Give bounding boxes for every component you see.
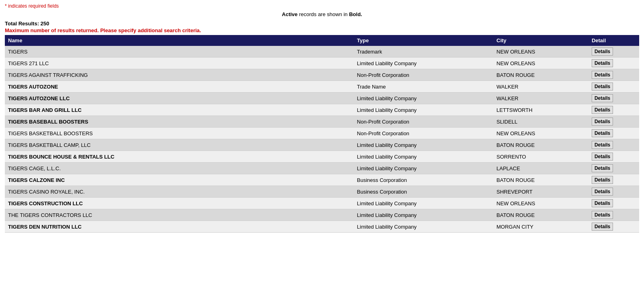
table-row: TIGERS BASEBALL BOOSTERSNon-Profit Corpo… — [5, 116, 639, 128]
table-row: TIGERSTrademarkNEW ORLEANSDetails — [5, 46, 639, 58]
cell-detail: Details — [588, 81, 639, 93]
cell-type: Trademark — [354, 46, 493, 58]
cell-detail: Details — [588, 58, 639, 69]
table-row: TIGERS DEN NUTRITION LLCLimited Liabilit… — [5, 221, 639, 233]
cell-detail: Details — [588, 46, 639, 58]
cell-type: Limited Liability Company — [354, 209, 493, 221]
cell-type: Limited Liability Company — [354, 139, 493, 151]
cell-detail: Details — [588, 93, 639, 104]
cell-name: TIGERS AGAINST TRAFFICKING — [5, 69, 354, 81]
total-results: Total Results: 250 — [5, 21, 639, 27]
cell-city: BATON ROUGE — [493, 209, 588, 221]
table-row: TIGERS BAR AND GRILL LLCLimited Liabilit… — [5, 104, 639, 116]
table-row: TIGERS BASKETBALL CAMP, LLCLimited Liabi… — [5, 139, 639, 151]
cell-city: WALKER — [493, 81, 588, 93]
cell-city: MORGAN CITY — [493, 221, 588, 233]
cell-city: BATON ROUGE — [493, 139, 588, 151]
details-button[interactable]: Details — [592, 176, 613, 184]
cell-name: TIGERS BASKETBALL CAMP, LLC — [5, 139, 354, 151]
details-button[interactable]: Details — [592, 129, 613, 137]
cell-name: TIGERS DEN NUTRITION LLC — [5, 221, 354, 233]
details-button[interactable]: Details — [592, 153, 613, 161]
cell-city: BATON ROUGE — [493, 174, 588, 186]
details-button[interactable]: Details — [592, 141, 613, 149]
cell-detail: Details — [588, 198, 639, 209]
cell-detail: Details — [588, 139, 639, 151]
details-button[interactable]: Details — [592, 199, 613, 207]
details-button[interactable]: Details — [592, 59, 613, 67]
table-row: TIGERS CONSTRUCTION LLCLimited Liability… — [5, 198, 639, 209]
table-row: TIGERS BASKETBALL BOOSTERSNon-Profit Cor… — [5, 128, 639, 139]
details-button[interactable]: Details — [592, 71, 613, 79]
cell-city: LAPLACE — [493, 163, 588, 174]
cell-name: TIGERS AUTOZONE LLC — [5, 93, 354, 104]
table-row: THE TIGERS CONTRACTORS LLCLimited Liabil… — [5, 209, 639, 221]
cell-detail: Details — [588, 163, 639, 174]
cell-type: Limited Liability Company — [354, 104, 493, 116]
details-button[interactable]: Details — [592, 223, 613, 231]
cell-detail: Details — [588, 104, 639, 116]
cell-type: Limited Liability Company — [354, 221, 493, 233]
cell-city: NEW ORLEANS — [493, 58, 588, 69]
cell-detail: Details — [588, 128, 639, 139]
details-button[interactable]: Details — [592, 188, 613, 196]
details-button[interactable]: Details — [592, 83, 613, 91]
table-row: TIGERS AUTOZONETrade NameWALKERDetails — [5, 81, 639, 93]
cell-name: TIGERS CALZONE INC — [5, 174, 354, 186]
cell-name: TIGERS CAGE, L.L.C. — [5, 163, 354, 174]
details-button[interactable]: Details — [592, 164, 613, 172]
cell-detail: Details — [588, 174, 639, 186]
table-row: TIGERS CAGE, L.L.C.Limited Liability Com… — [5, 163, 639, 174]
cell-name: TIGERS BASEBALL BOOSTERS — [5, 116, 354, 128]
details-button[interactable]: Details — [592, 47, 613, 56]
cell-detail: Details — [588, 151, 639, 163]
col-header-detail: Detail — [588, 35, 639, 46]
results-table: Name Type City Detail TIGERSTrademarkNEW… — [5, 35, 639, 233]
cell-detail: Details — [588, 221, 639, 233]
cell-type: Trade Name — [354, 81, 493, 93]
table-row: TIGERS BOUNCE HOUSE & RENTALS LLCLimited… — [5, 151, 639, 163]
cell-type: Business Corporation — [354, 174, 493, 186]
cell-city: SHREVEPORT — [493, 186, 588, 198]
cell-city: NEW ORLEANS — [493, 128, 588, 139]
cell-city: BATON ROUGE — [493, 69, 588, 81]
active-notice: Active records are shown in Bold. — [5, 11, 639, 17]
col-header-type: Type — [354, 35, 493, 46]
max-results-warning: Maximum number of results returned. Plea… — [5, 27, 639, 33]
details-button[interactable]: Details — [592, 106, 613, 114]
cell-type: Limited Liability Company — [354, 198, 493, 209]
cell-name: TIGERS CONSTRUCTION LLC — [5, 198, 354, 209]
cell-name: TIGERS BASKETBALL BOOSTERS — [5, 128, 354, 139]
table-row: TIGERS CALZONE INCBusiness CorporationBA… — [5, 174, 639, 186]
cell-type: Business Corporation — [354, 186, 493, 198]
cell-name: TIGERS — [5, 46, 354, 58]
cell-city: NEW ORLEANS — [493, 198, 588, 209]
cell-type: Limited Liability Company — [354, 93, 493, 104]
cell-name: TIGERS AUTOZONE — [5, 81, 354, 93]
details-button[interactable]: Details — [592, 118, 613, 126]
table-row: TIGERS CASINO ROYALE, INC.Business Corpo… — [5, 186, 639, 198]
cell-name: TIGERS 271 LLC — [5, 58, 354, 69]
details-button[interactable]: Details — [592, 211, 613, 219]
col-header-city: City — [493, 35, 588, 46]
cell-name: TIGERS CASINO ROYALE, INC. — [5, 186, 354, 198]
cell-city: SLIDELL — [493, 116, 588, 128]
required-notice: * indicates required fields — [5, 3, 639, 9]
cell-detail: Details — [588, 186, 639, 198]
cell-type: Limited Liability Company — [354, 58, 493, 69]
cell-name: THE TIGERS CONTRACTORS LLC — [5, 209, 354, 221]
cell-detail: Details — [588, 69, 639, 81]
col-header-name: Name — [5, 35, 354, 46]
cell-city: WALKER — [493, 93, 588, 104]
cell-type: Non-Profit Corporation — [354, 116, 493, 128]
cell-type: Non-Profit Corporation — [354, 69, 493, 81]
details-button[interactable]: Details — [592, 94, 613, 102]
cell-city: NEW ORLEANS — [493, 46, 588, 58]
cell-name: TIGERS BAR AND GRILL LLC — [5, 104, 354, 116]
cell-detail: Details — [588, 116, 639, 128]
cell-type: Non-Profit Corporation — [354, 128, 493, 139]
cell-city: LETTSWORTH — [493, 104, 588, 116]
table-row: TIGERS 271 LLCLimited Liability CompanyN… — [5, 58, 639, 69]
table-row: TIGERS AGAINST TRAFFICKINGNon-Profit Cor… — [5, 69, 639, 81]
table-row: TIGERS AUTOZONE LLCLimited Liability Com… — [5, 93, 639, 104]
